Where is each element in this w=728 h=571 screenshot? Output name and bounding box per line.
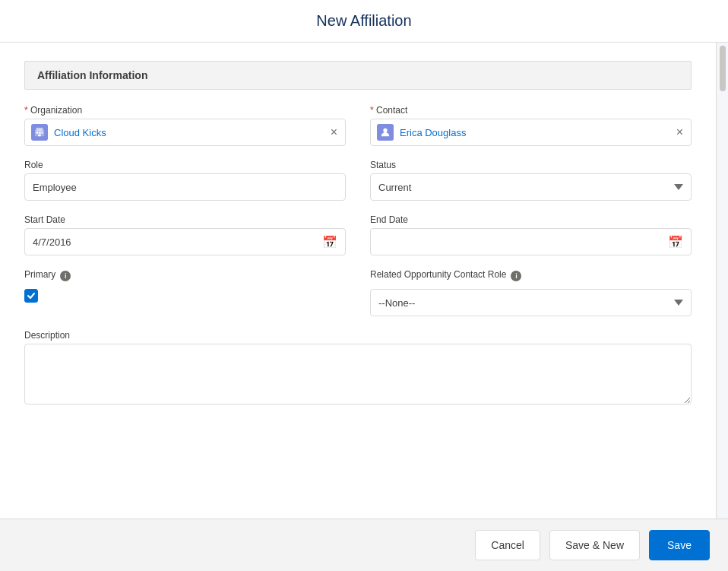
contact-icon <box>377 124 394 141</box>
related-opportunity-select[interactable]: --None-- <box>370 289 692 316</box>
contact-field[interactable]: Erica Douglass × <box>370 119 692 146</box>
description-group: Description <box>24 330 692 404</box>
primary-label-row: Primary i <box>24 269 346 283</box>
contact-clear-button[interactable]: × <box>675 125 685 140</box>
svg-rect-1 <box>36 128 43 131</box>
contact-value: Erica Douglass <box>400 127 675 138</box>
start-date-value: 4/7/2016 <box>33 236 322 248</box>
svg-rect-2 <box>36 132 39 134</box>
save-new-button[interactable]: Save & New <box>549 530 640 560</box>
role-label: Role <box>24 160 346 170</box>
start-date-label: Start Date <box>24 214 346 225</box>
end-date-label: End Date <box>370 214 692 225</box>
section-header: Affiliation Information <box>24 61 692 90</box>
svg-rect-3 <box>39 132 41 134</box>
contact-group: Contact Erica Douglass × <box>370 105 692 146</box>
start-date-group: Start Date 4/7/2016 📅 <box>24 214 346 255</box>
modal-title: New Affiliation <box>18 12 710 30</box>
cancel-button[interactable]: Cancel <box>475 530 540 560</box>
organization-icon <box>31 124 48 141</box>
primary-checkbox-wrapper <box>24 289 346 303</box>
related-opportunity-label: Related Opportunity Contact Role <box>370 269 506 280</box>
start-date-field[interactable]: 4/7/2016 📅 <box>24 228 346 255</box>
scrollbar-thumb[interactable] <box>720 46 726 91</box>
organization-group: Organization Cloud Kicks × <box>24 105 346 146</box>
related-opportunity-label-row: Related Opportunity Contact Role i <box>370 269 692 283</box>
related-opportunity-info-icon[interactable]: i <box>511 271 521 281</box>
svg-point-6 <box>383 128 387 132</box>
organization-field[interactable]: Cloud Kicks × <box>24 119 346 146</box>
primary-info-icon[interactable]: i <box>60 271 71 281</box>
svg-rect-5 <box>38 135 41 137</box>
end-date-calendar-icon[interactable]: 📅 <box>668 235 683 249</box>
description-textarea[interactable] <box>24 344 692 404</box>
svg-rect-4 <box>42 132 43 134</box>
section-label: Affiliation Information <box>37 69 147 81</box>
status-select[interactable]: Current --None-- Former <box>370 173 692 201</box>
status-label: Status <box>370 160 692 170</box>
primary-checkbox[interactable] <box>24 289 38 303</box>
end-date-field[interactable]: 📅 <box>370 228 692 255</box>
role-input[interactable] <box>24 173 346 201</box>
modal-footer: Cancel Save & New Save <box>0 519 728 571</box>
role-group: Role <box>24 160 346 201</box>
modal-content-area[interactable]: Affiliation Information Organization <box>0 43 716 519</box>
contact-label: Contact <box>370 105 692 116</box>
modal-wrapper: Affiliation Information Organization <box>0 43 728 519</box>
end-date-group: End Date 📅 <box>370 214 692 255</box>
organization-value: Cloud Kicks <box>54 127 329 138</box>
related-opportunity-group: Related Opportunity Contact Role i --Non… <box>370 269 692 316</box>
save-button[interactable]: Save <box>649 530 710 560</box>
organization-clear-button[interactable]: × <box>329 125 339 140</box>
modal-header: New Affiliation <box>0 0 728 43</box>
scrollbar-track[interactable] <box>716 43 728 519</box>
primary-label: Primary <box>24 269 55 280</box>
start-date-calendar-icon[interactable]: 📅 <box>322 235 337 249</box>
form-grid: Organization Cloud Kicks × <box>24 105 692 404</box>
organization-label: Organization <box>24 105 346 116</box>
description-label: Description <box>24 330 692 341</box>
primary-group: Primary i <box>24 269 346 316</box>
status-group: Status Current --None-- Former <box>370 160 692 201</box>
